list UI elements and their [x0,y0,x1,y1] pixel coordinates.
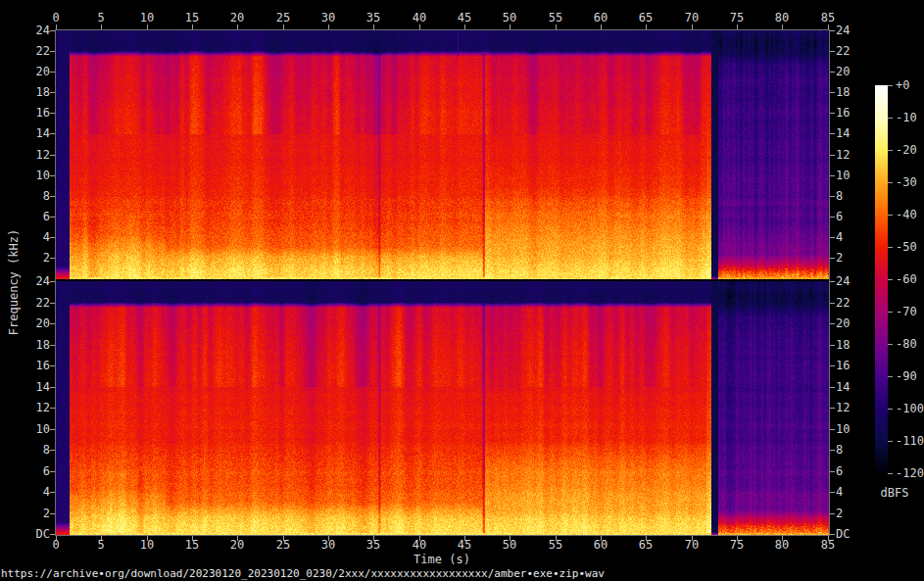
db-tick [888,215,893,216]
freq-tick-label: DC [836,528,866,541]
db-tick-label: +0 [896,79,924,92]
time-tick-label: 50 [493,539,526,552]
freq-tick [830,365,835,366]
time-tick-label: 75 [720,12,754,24]
time-tick [510,24,511,29]
time-tick [237,24,238,29]
freq-tick-label: 12 [20,149,50,162]
freq-tick [50,155,55,156]
time-tick-label: 35 [357,12,390,24]
freq-tick-label: 16 [836,360,866,372]
time-tick [56,24,57,29]
freq-tick [50,92,55,93]
freq-tick [830,155,835,156]
freq-tick [830,471,835,472]
time-tick [464,24,465,29]
db-tick-label: -10 [896,112,924,124]
time-tick-label: 25 [267,539,300,552]
freq-tick [830,323,835,324]
db-tick [888,409,893,410]
time-tick-label: 40 [403,12,436,24]
freq-tick-label: 24 [836,275,866,288]
frequency-axis-title: Frequency (kHz) [7,229,21,335]
freq-tick [830,345,835,346]
time-tick-label: 75 [720,539,754,552]
freq-tick [50,429,55,430]
time-tick [828,24,829,29]
freq-tick-label: 16 [20,107,50,120]
freq-tick-label: 10 [836,423,866,436]
time-tick-label: 20 [220,12,254,24]
db-tick [888,441,893,442]
freq-tick [50,175,55,176]
time-tick-label: 45 [448,539,481,552]
db-tick [888,118,893,119]
freq-tick [830,492,835,493]
freq-tick [830,30,835,31]
freq-tick-label: 2 [20,252,50,265]
freq-tick [830,196,835,197]
freq-tick-label: 12 [836,402,866,414]
freq-tick-label: 16 [836,107,866,120]
db-tick [888,85,893,86]
time-tick-label: 10 [130,539,164,552]
freq-tick-label: 4 [836,231,866,244]
db-tick [888,150,893,151]
db-tick-label: -70 [896,306,924,318]
freq-tick-label: 4 [20,486,50,499]
freq-tick [50,450,55,451]
freq-tick [50,30,55,31]
freq-tick [830,281,835,282]
freq-tick [830,51,835,52]
db-tick [888,312,893,313]
time-axis-title: Time (s) [413,553,470,566]
time-tick [419,24,420,29]
freq-tick [830,72,835,73]
freq-tick-label: 24 [20,275,50,288]
freq-tick [830,175,835,176]
freq-tick [50,72,55,73]
source-url-text: https://archive•org/download/20230120_20… [1,567,605,580]
freq-tick-label: 2 [836,252,866,265]
time-tick-label: 30 [312,539,345,552]
time-tick-label: 80 [765,539,799,552]
db-tick-label: -100 [896,403,924,415]
time-tick-label: 5 [84,12,118,24]
freq-tick-label: 18 [20,339,50,352]
freq-tick-label: 8 [836,190,866,203]
time-tick-label: 65 [629,12,662,24]
time-tick-label: 15 [175,12,209,24]
time-tick-label: 20 [220,539,254,552]
time-tick-label: 70 [675,539,708,552]
freq-tick [50,345,55,346]
freq-tick-label: 12 [836,149,866,162]
freq-tick-label: 22 [836,45,866,58]
time-tick-label: 80 [765,12,799,24]
freq-tick [50,534,55,535]
freq-tick-label: 2 [836,508,866,520]
time-tick-label: 5 [84,539,118,552]
freq-tick [50,471,55,472]
freq-tick-label: 6 [20,211,50,223]
freq-tick-label: 22 [20,45,50,58]
freq-tick [50,217,55,218]
freq-tick [50,323,55,324]
db-tick [888,344,893,345]
time-tick [101,24,102,29]
db-tick-label: -80 [896,338,924,351]
time-tick [646,24,647,29]
freq-tick [830,92,835,93]
freq-tick [830,258,835,259]
freq-tick-label: 10 [836,169,866,182]
freq-tick-label: 20 [20,317,50,330]
freq-tick [830,217,835,218]
time-tick [283,24,284,29]
axis-line-bottom [56,535,829,536]
freq-tick-label: 14 [20,381,50,394]
time-tick-label: 50 [493,12,526,24]
freq-tick [830,429,835,430]
db-tick [888,247,893,248]
axis-line-top [56,29,829,30]
freq-tick-label: 6 [836,211,866,223]
time-tick-label: 60 [584,12,617,24]
